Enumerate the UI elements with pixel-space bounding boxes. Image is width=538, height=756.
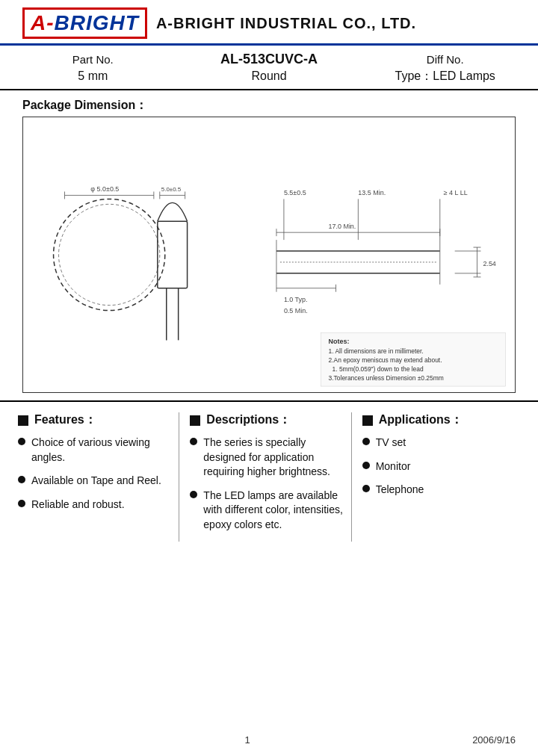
header: A-BRIGHT A-BRIGHT INDUSTRIAL CO., LTD. <box>0 0 538 46</box>
applications-bullet-icon <box>362 415 373 426</box>
type-label: Type：LED Lamps <box>395 69 495 82</box>
part-no-value: AL-513CUVC-A <box>220 52 318 66</box>
applications-column: Applications： TV set Monitor Telephone <box>351 412 523 542</box>
svg-text:5.0±0.5: 5.0±0.5 <box>161 186 182 193</box>
svg-text:2.An epoxy meniscus may extend: 2.An epoxy meniscus may extend about. <box>329 356 442 364</box>
bullet-icon <box>362 438 370 445</box>
bullet-icon <box>18 500 25 507</box>
bottom-grid: Features： Choice of various viewing angl… <box>15 412 523 542</box>
features-title: Features： <box>34 412 96 428</box>
feature-item-2: Available on Tape and Reel. <box>31 474 161 489</box>
part-info: Part No. AL-513CUVC-A Diff No. 5 mm Roun… <box>0 46 538 90</box>
logo: A-BRIGHT <box>22 7 147 39</box>
feature-item-3: Reliable and robust. <box>31 498 125 512</box>
descriptions-column: Descriptions： The series is specially de… <box>179 412 350 542</box>
descriptions-bullet-icon <box>190 415 200 426</box>
page-number: 1 <box>244 734 250 746</box>
size: 5 mm <box>78 69 108 82</box>
list-item: Available on Tape and Reel. <box>18 474 171 489</box>
svg-text:3.Tolerances unless Dimension : 3.Tolerances unless Dimension ±0.25mm <box>329 374 444 382</box>
bullet-icon <box>18 438 25 445</box>
svg-text:φ 5.0±0.5: φ 5.0±0.5 <box>90 185 119 193</box>
features-list: Choice of various viewing angles. Availa… <box>18 436 171 512</box>
part-no-label: Part No. <box>72 53 114 66</box>
svg-point-0 <box>54 199 165 310</box>
list-item: The LED lamps are available with differe… <box>190 489 343 533</box>
svg-text:13.5 Min.: 13.5 Min. <box>358 189 386 196</box>
bottom-section: Features： Choice of various viewing angl… <box>0 400 538 542</box>
application-item-1: TV set <box>376 436 406 450</box>
description-item-1: The series is specially designed for app… <box>203 436 343 480</box>
description-item-2: The LED lamps are available with differe… <box>203 489 343 533</box>
svg-text:1. 5mm(0.059") down to the lea: 1. 5mm(0.059") down to the lead <box>333 365 424 373</box>
footer-date: 2006/9/16 <box>472 734 516 746</box>
applications-list: TV set Monitor Telephone <box>362 436 516 498</box>
application-item-2: Monitor <box>376 459 411 474</box>
applications-title: Applications： <box>379 412 463 428</box>
descriptions-header: Descriptions： <box>190 412 343 428</box>
svg-text:17.0 Min.: 17.0 Min. <box>329 223 356 230</box>
features-bullet-icon <box>18 415 28 426</box>
application-item-3: Telephone <box>376 483 424 498</box>
bullet-icon <box>190 438 197 445</box>
list-item: Monitor <box>362 459 516 474</box>
footer: 1 2006/9/16 <box>0 734 538 746</box>
diagram-svg: φ 5.0±0.5 5.0±0.5 2.54 <box>23 117 515 392</box>
svg-text:Notes:: Notes: <box>329 338 350 345</box>
bullet-icon <box>362 462 370 469</box>
bullet-icon <box>18 476 25 483</box>
svg-text:1. All dimensions are in milli: 1. All dimensions are in millimeter. <box>329 347 424 355</box>
feature-item-1: Choice of various viewing angles. <box>31 436 171 465</box>
svg-text:5.5±0.5: 5.5±0.5 <box>284 189 306 196</box>
descriptions-title: Descriptions： <box>206 412 291 428</box>
svg-point-1 <box>59 204 160 305</box>
bullet-icon <box>190 491 197 498</box>
features-header: Features： <box>18 412 171 428</box>
svg-text:0.5 Min.: 0.5 Min. <box>284 307 308 315</box>
svg-text:1.0 Typ.: 1.0 Typ. <box>284 296 308 303</box>
svg-text:2.54: 2.54 <box>483 260 495 267</box>
list-item: Choice of various viewing angles. <box>18 436 171 465</box>
applications-header: Applications： <box>362 412 516 428</box>
list-item: Reliable and robust. <box>18 498 171 512</box>
company-name: A-BRIGHT INDUSTRIAL CO., LTD. <box>156 15 416 32</box>
features-column: Features： Choice of various viewing angl… <box>15 412 179 542</box>
list-item: Telephone <box>362 483 516 498</box>
svg-rect-2 <box>158 221 188 288</box>
svg-text:≥ 4 L LL: ≥ 4 L LL <box>444 189 468 196</box>
list-item: TV set <box>362 436 516 450</box>
package-title: Package Dimension： <box>22 98 516 114</box>
list-item: The series is specially designed for app… <box>190 436 343 480</box>
shape: Round <box>251 69 286 82</box>
package-diagram: φ 5.0±0.5 5.0±0.5 2.54 <box>22 117 516 393</box>
diff-no-label: Diff No. <box>427 53 464 66</box>
package-section: Package Dimension： φ 5.0±0.5 <box>0 90 538 393</box>
descriptions-list: The series is specially designed for app… <box>190 436 343 533</box>
bullet-icon <box>362 485 370 492</box>
